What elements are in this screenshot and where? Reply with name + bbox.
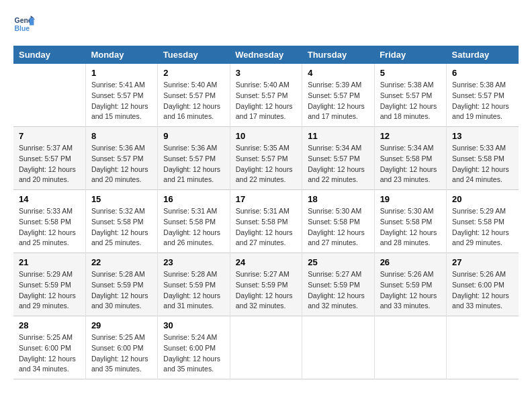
column-header-sunday: Sunday <box>13 46 85 64</box>
day-info: Sunrise: 5:34 AMSunset: 5:58 PMDaylight:… <box>380 143 441 185</box>
calendar-cell: 16Sunrise: 5:31 AMSunset: 5:58 PMDayligh… <box>158 190 230 253</box>
calendar-cell: 17Sunrise: 5:31 AMSunset: 5:58 PMDayligh… <box>230 190 302 253</box>
day-number: 27 <box>452 257 513 267</box>
day-number: 22 <box>91 257 152 267</box>
calendar-cell: 29Sunrise: 5:25 AMSunset: 6:00 PMDayligh… <box>85 316 157 379</box>
day-number: 13 <box>452 131 513 141</box>
week-row-4: 21Sunrise: 5:29 AMSunset: 5:59 PMDayligh… <box>13 253 519 316</box>
day-info: Sunrise: 5:31 AMSunset: 5:58 PMDaylight:… <box>236 206 296 248</box>
day-info: Sunrise: 5:38 AMSunset: 5:57 PMDaylight:… <box>380 80 441 122</box>
calendar-cell: 21Sunrise: 5:29 AMSunset: 5:59 PMDayligh… <box>13 253 85 316</box>
day-number: 28 <box>19 320 80 330</box>
calendar-cell <box>374 316 446 379</box>
calendar-cell: 28Sunrise: 5:25 AMSunset: 6:00 PMDayligh… <box>13 316 85 379</box>
column-header-saturday: Saturday <box>447 46 519 64</box>
day-number: 29 <box>91 320 152 330</box>
day-info: Sunrise: 5:30 AMSunset: 5:58 PMDaylight:… <box>380 206 441 248</box>
calendar-cell: 14Sunrise: 5:33 AMSunset: 5:58 PMDayligh… <box>13 190 85 253</box>
day-info: Sunrise: 5:40 AMSunset: 5:57 PMDaylight:… <box>236 80 296 122</box>
column-header-wednesday: Wednesday <box>230 46 302 64</box>
svg-marker-2 <box>30 17 34 25</box>
day-number: 6 <box>452 68 513 78</box>
day-number: 12 <box>380 131 441 141</box>
day-info: Sunrise: 5:33 AMSunset: 5:58 PMDaylight:… <box>19 206 80 248</box>
day-info: Sunrise: 5:25 AMSunset: 6:00 PMDaylight:… <box>19 332 80 375</box>
calendar-cell <box>302 316 374 379</box>
day-number: 30 <box>163 320 224 330</box>
calendar-cell <box>230 316 302 379</box>
day-number: 20 <box>452 194 513 204</box>
day-info: Sunrise: 5:37 AMSunset: 5:57 PMDaylight:… <box>19 143 80 185</box>
calendar-cell: 15Sunrise: 5:32 AMSunset: 5:58 PMDayligh… <box>85 190 157 253</box>
day-number: 4 <box>308 68 368 78</box>
day-info: Sunrise: 5:36 AMSunset: 5:57 PMDaylight:… <box>91 143 152 185</box>
day-info: Sunrise: 5:33 AMSunset: 5:58 PMDaylight:… <box>452 143 513 185</box>
calendar-cell: 19Sunrise: 5:30 AMSunset: 5:58 PMDayligh… <box>374 190 446 253</box>
column-header-friday: Friday <box>374 46 446 64</box>
day-info: Sunrise: 5:25 AMSunset: 6:00 PMDaylight:… <box>91 332 152 375</box>
calendar-cell: 23Sunrise: 5:28 AMSunset: 5:59 PMDayligh… <box>158 253 230 316</box>
calendar-cell <box>447 316 519 379</box>
day-number: 16 <box>163 194 224 204</box>
day-number: 9 <box>163 131 224 141</box>
calendar-cell: 27Sunrise: 5:26 AMSunset: 6:00 PMDayligh… <box>447 253 519 316</box>
calendar-cell: 9Sunrise: 5:36 AMSunset: 5:57 PMDaylight… <box>158 127 230 190</box>
column-header-tuesday: Tuesday <box>158 46 230 64</box>
day-number: 1 <box>91 68 152 78</box>
calendar-table: SundayMondayTuesdayWednesdayThursdayFrid… <box>13 46 519 379</box>
calendar-cell: 18Sunrise: 5:30 AMSunset: 5:58 PMDayligh… <box>302 190 374 253</box>
day-number: 26 <box>380 257 441 267</box>
week-row-3: 14Sunrise: 5:33 AMSunset: 5:58 PMDayligh… <box>13 190 519 253</box>
day-number: 21 <box>19 257 80 267</box>
day-info: Sunrise: 5:31 AMSunset: 5:58 PMDaylight:… <box>163 206 224 248</box>
day-number: 17 <box>236 194 296 204</box>
day-number: 3 <box>236 68 296 78</box>
day-info: Sunrise: 5:26 AMSunset: 5:59 PMDaylight:… <box>380 269 441 312</box>
calendar-body: 1Sunrise: 5:41 AMSunset: 5:57 PMDaylight… <box>13 64 519 379</box>
calendar-cell: 2Sunrise: 5:40 AMSunset: 5:57 PMDaylight… <box>158 64 230 127</box>
day-number: 2 <box>163 68 224 78</box>
day-info: Sunrise: 5:27 AMSunset: 5:59 PMDaylight:… <box>236 269 296 312</box>
calendar-cell: 30Sunrise: 5:24 AMSunset: 6:00 PMDayligh… <box>158 316 230 379</box>
header-row: SundayMondayTuesdayWednesdayThursdayFrid… <box>13 46 519 64</box>
day-number: 8 <box>91 131 152 141</box>
day-number: 19 <box>380 194 441 204</box>
week-row-5: 28Sunrise: 5:25 AMSunset: 6:00 PMDayligh… <box>13 316 519 379</box>
day-info: Sunrise: 5:26 AMSunset: 6:00 PMDaylight:… <box>452 269 513 312</box>
day-number: 10 <box>236 131 296 141</box>
day-info: Sunrise: 5:36 AMSunset: 5:57 PMDaylight:… <box>163 143 224 185</box>
logo-icon: General Blue <box>13 13 35 35</box>
calendar-cell: 12Sunrise: 5:34 AMSunset: 5:58 PMDayligh… <box>374 127 446 190</box>
day-info: Sunrise: 5:39 AMSunset: 5:57 PMDaylight:… <box>308 80 368 122</box>
column-header-thursday: Thursday <box>302 46 374 64</box>
day-number: 5 <box>380 68 441 78</box>
day-info: Sunrise: 5:40 AMSunset: 5:57 PMDaylight:… <box>163 80 224 122</box>
column-header-monday: Monday <box>85 46 157 64</box>
calendar-cell: 7Sunrise: 5:37 AMSunset: 5:57 PMDaylight… <box>13 127 85 190</box>
page-header: General Blue <box>13 13 519 35</box>
day-info: Sunrise: 5:35 AMSunset: 5:57 PMDaylight:… <box>236 143 296 185</box>
calendar-header: SundayMondayTuesdayWednesdayThursdayFrid… <box>13 46 519 64</box>
day-info: Sunrise: 5:29 AMSunset: 5:58 PMDaylight:… <box>452 206 513 248</box>
day-info: Sunrise: 5:38 AMSunset: 5:57 PMDaylight:… <box>452 80 513 122</box>
day-number: 11 <box>308 131 368 141</box>
day-info: Sunrise: 5:41 AMSunset: 5:57 PMDaylight:… <box>91 80 152 122</box>
logo: General Blue <box>13 13 35 35</box>
day-number: 23 <box>163 257 224 267</box>
calendar-cell: 3Sunrise: 5:40 AMSunset: 5:57 PMDaylight… <box>230 64 302 127</box>
calendar-cell: 25Sunrise: 5:27 AMSunset: 5:59 PMDayligh… <box>302 253 374 316</box>
day-info: Sunrise: 5:29 AMSunset: 5:59 PMDaylight:… <box>19 269 80 312</box>
day-number: 14 <box>19 194 80 204</box>
day-info: Sunrise: 5:32 AMSunset: 5:58 PMDaylight:… <box>91 206 152 248</box>
day-number: 15 <box>91 194 152 204</box>
day-number: 7 <box>19 131 80 141</box>
calendar-cell: 5Sunrise: 5:38 AMSunset: 5:57 PMDaylight… <box>374 64 446 127</box>
calendar-cell: 1Sunrise: 5:41 AMSunset: 5:57 PMDaylight… <box>85 64 157 127</box>
calendar-cell: 4Sunrise: 5:39 AMSunset: 5:57 PMDaylight… <box>302 64 374 127</box>
svg-text:Blue: Blue <box>15 25 30 32</box>
calendar-cell: 10Sunrise: 5:35 AMSunset: 5:57 PMDayligh… <box>230 127 302 190</box>
day-info: Sunrise: 5:28 AMSunset: 5:59 PMDaylight:… <box>91 269 152 312</box>
calendar-cell: 22Sunrise: 5:28 AMSunset: 5:59 PMDayligh… <box>85 253 157 316</box>
day-info: Sunrise: 5:28 AMSunset: 5:59 PMDaylight:… <box>163 269 224 312</box>
week-row-2: 7Sunrise: 5:37 AMSunset: 5:57 PMDaylight… <box>13 127 519 190</box>
